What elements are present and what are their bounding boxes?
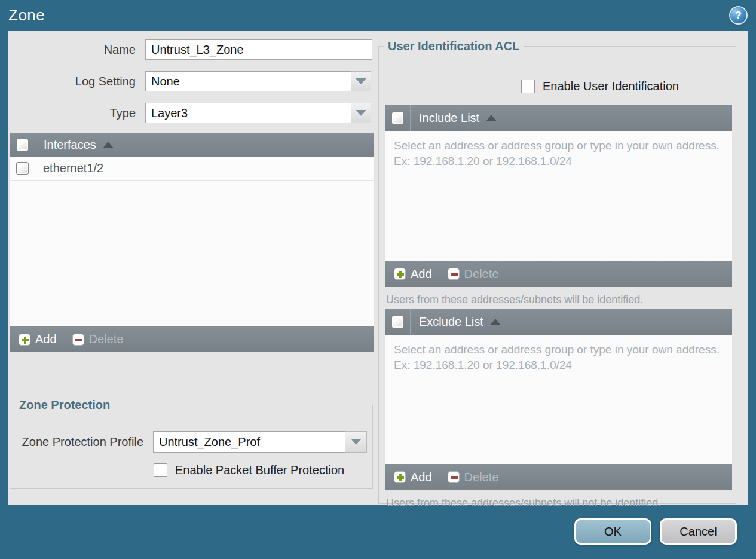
zone-protection-profile-label: Zone Protection Profile [10, 431, 148, 453]
zone-protection-profile-dropdown-button[interactable] [345, 431, 367, 453]
exclude-list-label: Exclude List [419, 315, 483, 329]
include-delete-button[interactable]: Delete [448, 267, 499, 281]
interfaces-table-header: Interfaces [10, 133, 374, 157]
exclude-delete-button[interactable]: Delete [448, 471, 499, 484]
log-setting-input[interactable] [145, 71, 351, 91]
exclude-list-header: Exclude List [385, 309, 732, 335]
type-label: Type [8, 103, 140, 123]
cancel-button[interactable]: Cancel [660, 518, 737, 545]
add-icon [19, 334, 30, 346]
include-list-label: Include List [419, 111, 479, 125]
include-list-placeholder: Select an address or address group or ty… [385, 131, 732, 176]
sort-ascending-icon [486, 115, 497, 121]
delete-icon [448, 471, 460, 483]
chevron-down-icon [351, 439, 362, 445]
include-list-body: Select an address or address group or ty… [385, 131, 732, 261]
enable-packet-buffer-protection-label: Enable Packet Buffer Protection [175, 463, 344, 477]
table-row[interactable]: ethernet1/2 [10, 157, 374, 181]
help-icon[interactable]: ? [730, 7, 746, 23]
interfaces-column-header[interactable]: Interfaces [35, 138, 114, 152]
enable-user-identification-label: Enable User Identification [543, 80, 679, 93]
exclude-list-body: Select an address or address group or ty… [385, 335, 732, 464]
include-select-all-checkbox[interactable] [391, 112, 404, 124]
interfaces-table: Interfaces ethernet1/2 Add [10, 133, 374, 352]
exclude-add-button[interactable]: Add [394, 471, 432, 484]
interfaces-add-button[interactable]: Add [19, 332, 57, 346]
type-dropdown-button[interactable] [351, 103, 371, 123]
sort-ascending-icon [103, 142, 114, 148]
add-icon [394, 471, 406, 483]
chevron-down-icon [356, 110, 366, 116]
delete-icon [72, 334, 84, 346]
include-list-table: Include List Select an address or addres… [385, 105, 732, 287]
include-list-caption: Users from these addresses/subnets will … [386, 294, 643, 306]
zone-protection-profile-input[interactable] [153, 431, 345, 453]
interface-name: ethernet1/2 [35, 161, 103, 175]
include-list-header: Include List [385, 105, 732, 131]
exclude-list-table: Exclude List Select an address or addres… [385, 309, 732, 490]
ok-button[interactable]: OK [574, 518, 651, 545]
exclude-list-toolbar: Add Delete [385, 464, 732, 490]
user-identification-acl-legend: User Identification ACL [384, 39, 524, 53]
interfaces-delete-button[interactable]: Delete [72, 332, 124, 346]
add-icon [394, 268, 406, 280]
dialog-body: Name Log Setting Type [8, 31, 748, 505]
log-setting-label: Log Setting [8, 71, 140, 91]
name-input[interactable] [145, 39, 372, 60]
dialog-titlebar: Zone ? [0, 0, 756, 31]
exclude-list-caption: Users from these addresses/subnets will … [386, 497, 661, 509]
exclude-select-all-checkbox[interactable] [391, 316, 404, 328]
zone-protection-section: Zone Protection Zone Protection Profile … [10, 398, 373, 489]
interfaces-select-all-checkbox[interactable] [16, 139, 29, 151]
exclude-list-placeholder: Select an address or address group or ty… [385, 335, 732, 380]
zone-protection-legend: Zone Protection [15, 398, 114, 412]
name-label: Name [8, 39, 140, 60]
dialog-title: Zone [8, 6, 45, 25]
exclude-list-column-header[interactable]: Exclude List [411, 315, 501, 329]
interface-row-checkbox[interactable] [16, 162, 29, 175]
chevron-down-icon [356, 78, 366, 84]
include-add-button[interactable]: Add [394, 267, 432, 281]
enable-user-identification-checkbox[interactable] [521, 80, 535, 93]
include-list-column-header[interactable]: Include List [411, 111, 497, 125]
zone-dialog: Zone ? Name Log Setting Type [0, 0, 756, 559]
user-identification-acl-section: User Identification ACL Enable User Iden… [378, 39, 736, 504]
include-list-toolbar: Add Delete [385, 261, 732, 287]
log-setting-dropdown-button[interactable] [351, 71, 371, 91]
type-input[interactable] [145, 103, 351, 123]
sort-ascending-icon [490, 319, 501, 325]
interfaces-list-body: ethernet1/2 [10, 157, 374, 326]
enable-packet-buffer-protection-checkbox[interactable] [154, 463, 167, 477]
delete-icon [448, 268, 460, 280]
interfaces-toolbar: Add Delete [10, 326, 374, 352]
interfaces-column-label: Interfaces [44, 138, 96, 152]
